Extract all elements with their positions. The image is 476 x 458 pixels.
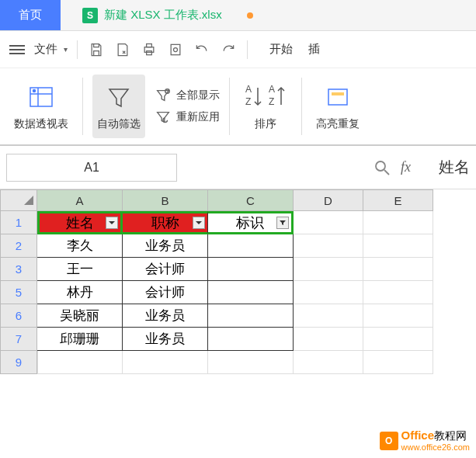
svg-point-8: [33, 90, 36, 92]
cell[interactable]: 李久: [37, 234, 123, 258]
watermark: O Office教程网 www.office26.com: [380, 429, 470, 452]
reapply-label: 重新应用: [176, 110, 220, 124]
name-box[interactable]: A1: [6, 154, 177, 182]
print-icon[interactable]: [140, 40, 158, 59]
menu-start[interactable]: 开始: [269, 42, 293, 57]
svg-line-19: [384, 170, 389, 175]
cell[interactable]: [294, 281, 363, 304]
row-header[interactable]: 9: [0, 351, 37, 374]
autofilter-label: 自动筛选: [97, 117, 141, 131]
tab-home[interactable]: 首页: [0, 0, 61, 30]
cell[interactable]: [363, 258, 433, 281]
cell[interactable]: [294, 328, 363, 351]
header-cell-name[interactable]: 姓名: [37, 211, 123, 234]
cell[interactable]: [208, 304, 294, 328]
svg-rect-17: [332, 92, 344, 95]
svg-rect-1: [147, 43, 152, 47]
separator: [82, 78, 83, 135]
cell[interactable]: [363, 211, 433, 234]
cell[interactable]: 吴晓丽: [37, 304, 123, 328]
filter-button[interactable]: [106, 217, 118, 229]
col-header-b[interactable]: B: [123, 189, 208, 211]
cell[interactable]: 会计师: [123, 281, 208, 304]
select-all-corner[interactable]: [0, 189, 37, 211]
cell[interactable]: 业务员: [123, 234, 208, 258]
separator: [229, 78, 230, 135]
highlight-label: 高亮重复: [316, 117, 360, 131]
row-header[interactable]: 6: [0, 304, 37, 328]
row-header[interactable]: 2: [0, 234, 37, 258]
cell[interactable]: 王一: [37, 258, 123, 281]
cell[interactable]: [363, 281, 433, 304]
svg-rect-2: [147, 50, 152, 54]
table-row: 9: [0, 351, 476, 374]
separator: [301, 78, 302, 135]
cell[interactable]: [208, 351, 294, 374]
fx-label[interactable]: fx: [401, 159, 411, 175]
formula-value[interactable]: 姓名: [439, 157, 470, 178]
cell[interactable]: [294, 351, 363, 374]
hamburger-icon[interactable]: [9, 45, 25, 54]
cell[interactable]: [294, 304, 363, 328]
col-header-d[interactable]: D: [294, 189, 363, 211]
autofilter-button[interactable]: 自动筛选: [92, 75, 145, 138]
cell[interactable]: [123, 351, 208, 374]
funnel-clear-icon: [155, 87, 172, 104]
cell[interactable]: [294, 234, 363, 258]
tab-file[interactable]: S 新建 XLSX 工作表.xlsx: [73, 8, 231, 23]
cell[interactable]: [363, 304, 433, 328]
cell[interactable]: [37, 351, 123, 374]
svg-rect-3: [171, 44, 180, 54]
filter-button-active[interactable]: [276, 217, 289, 229]
separator: [247, 40, 248, 59]
table-row: 2 李久 业务员: [0, 234, 476, 258]
menu-insert[interactable]: 插: [308, 42, 320, 57]
cell[interactable]: 业务员: [123, 304, 208, 328]
cell[interactable]: [363, 351, 433, 374]
svg-rect-0: [144, 47, 154, 52]
cell[interactable]: 业务员: [123, 328, 208, 351]
col-header-a[interactable]: A: [37, 189, 123, 211]
header-cell-title[interactable]: 职称: [123, 211, 208, 234]
file-menu[interactable]: 文件: [34, 42, 57, 57]
header-cell-mark[interactable]: 标识: [208, 211, 294, 234]
show-all-button[interactable]: 全部显示: [155, 87, 220, 104]
print-preview-icon[interactable]: [166, 40, 185, 59]
column-headers: A B C D E: [0, 189, 476, 211]
sort-label: 排序: [255, 117, 276, 131]
cell[interactable]: 林丹: [37, 281, 123, 304]
row-header[interactable]: 3: [0, 258, 37, 281]
cell[interactable]: [208, 328, 294, 351]
separator: [77, 40, 78, 59]
save-icon[interactable]: [87, 40, 106, 59]
table-row: 5 林丹 会计师: [0, 281, 476, 304]
row-header[interactable]: 7: [0, 328, 37, 351]
sort-group[interactable]: AZ AZ 排序: [239, 75, 292, 138]
row-header[interactable]: 1: [0, 211, 37, 234]
reapply-button[interactable]: 重新应用: [155, 109, 220, 126]
search-icon[interactable]: [373, 158, 391, 177]
table-row: 6 吴晓丽 业务员: [0, 304, 476, 328]
spreadsheet: A B C D E 1 姓名 职称 标识 2 李久 业务员 3 王一 会计师: [0, 189, 476, 374]
cell[interactable]: 邱珊珊: [37, 328, 123, 351]
cell[interactable]: [208, 281, 294, 304]
redo-icon[interactable]: [219, 40, 238, 59]
cell[interactable]: [208, 258, 294, 281]
cell[interactable]: [208, 234, 294, 258]
col-header-c[interactable]: C: [208, 189, 294, 211]
cell[interactable]: [363, 328, 433, 351]
highlight-dup-button[interactable]: 高亮重复: [311, 75, 364, 138]
cell[interactable]: [294, 258, 363, 281]
col-header-e[interactable]: E: [363, 189, 433, 211]
pivot-table-button[interactable]: 数据透视表: [9, 75, 73, 138]
save-as-icon[interactable]: [113, 40, 132, 59]
cell[interactable]: 会计师: [123, 258, 208, 281]
row-header[interactable]: 5: [0, 281, 37, 304]
cell[interactable]: [363, 234, 433, 258]
undo-icon[interactable]: [193, 40, 211, 59]
cell[interactable]: [294, 211, 363, 234]
tab-bar: 首页 S 新建 XLSX 工作表.xlsx: [0, 0, 476, 31]
pivot-label: 数据透视表: [14, 117, 68, 131]
header-mark-label: 标识: [236, 213, 264, 232]
filter-button[interactable]: [193, 217, 205, 229]
